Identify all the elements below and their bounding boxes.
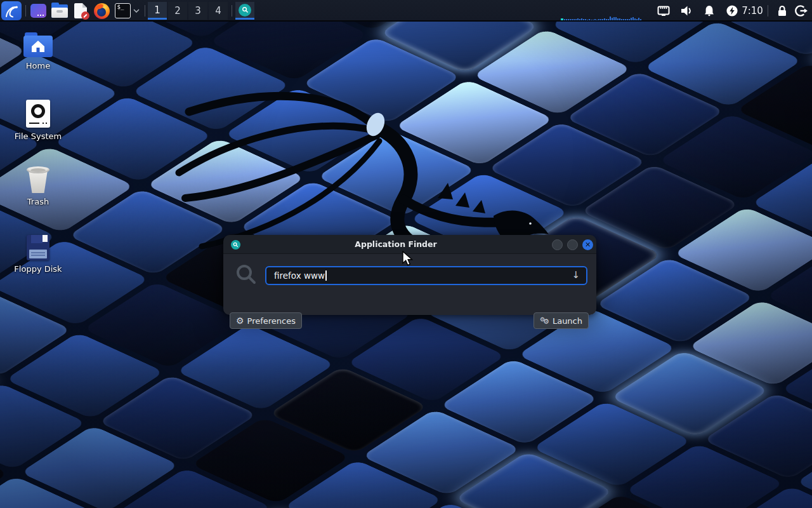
document-pencil-icon bbox=[74, 3, 87, 18]
clock[interactable]: 7:10 bbox=[736, 2, 769, 20]
cpu-bar bbox=[573, 19, 575, 20]
cpu-bar bbox=[587, 20, 588, 20]
app-finder-icon bbox=[239, 4, 251, 17]
top-panel: $_ 1 2 3 4 bbox=[0, 0, 812, 22]
floppy-disk-icon bbox=[27, 235, 49, 260]
cpu-bar bbox=[636, 19, 638, 20]
cpu-bar bbox=[610, 17, 611, 20]
log-out-button[interactable] bbox=[793, 2, 809, 20]
launch-button[interactable]: ⚙⚙ Launch bbox=[534, 312, 589, 329]
workspace-button-3[interactable]: 3 bbox=[188, 2, 207, 20]
cpu-bar bbox=[589, 19, 590, 20]
cpu-bar bbox=[593, 20, 594, 20]
cpu-bar bbox=[579, 19, 580, 20]
bell-icon bbox=[702, 4, 716, 18]
maximize-button[interactable] bbox=[567, 239, 578, 250]
desktop-screen: Home File System Trash Floppy Disk bbox=[0, 0, 812, 508]
firefox-icon bbox=[94, 3, 110, 19]
cpu-bar bbox=[625, 19, 626, 20]
taskbar-application-finder[interactable] bbox=[235, 2, 254, 20]
cpu-bar bbox=[594, 19, 596, 20]
cpu-bar bbox=[572, 19, 573, 20]
cpu-bar bbox=[640, 19, 641, 20]
panel-separator bbox=[145, 5, 145, 17]
cpu-bar bbox=[606, 19, 607, 20]
mouse-cursor bbox=[402, 251, 414, 267]
window-title: Application Finder bbox=[223, 235, 568, 254]
cpu-bar bbox=[585, 19, 586, 20]
text-editor-launcher[interactable] bbox=[72, 2, 89, 20]
desktop-icon-label: Trash bbox=[8, 197, 69, 206]
chevron-down-icon bbox=[133, 9, 140, 13]
desktop-icon-home[interactable]: Home bbox=[8, 36, 69, 70]
logout-arrow-icon bbox=[794, 4, 808, 18]
ethernet-icon bbox=[657, 4, 671, 18]
cpu-bar bbox=[631, 18, 632, 20]
panel-separator bbox=[232, 5, 232, 17]
cpu-bar bbox=[612, 18, 613, 20]
terminal-launcher[interactable]: $_ bbox=[113, 2, 132, 20]
cpu-bar bbox=[581, 18, 582, 20]
lock-screen-button[interactable] bbox=[774, 2, 790, 20]
cpu-bar bbox=[621, 19, 622, 20]
home-folder-icon bbox=[23, 36, 53, 57]
cpu-bar bbox=[591, 20, 592, 20]
cpu-bar bbox=[619, 18, 620, 20]
cpu-bar bbox=[634, 18, 636, 20]
network-tray[interactable] bbox=[656, 2, 671, 20]
desktop-icon-label: File System bbox=[8, 131, 69, 141]
cpu-load-graph[interactable] bbox=[561, 16, 650, 20]
cpu-bar bbox=[575, 19, 577, 20]
cpu-bar bbox=[577, 18, 579, 20]
workspace-button-2[interactable]: 2 bbox=[168, 2, 187, 20]
terminal-icon: $_ bbox=[115, 3, 131, 18]
desktop-icon-floppy[interactable]: Floppy Disk bbox=[8, 235, 69, 274]
purple-desktop-icon bbox=[30, 4, 46, 18]
cpu-bar bbox=[627, 19, 628, 20]
run-gears-icon: ⚙⚙ bbox=[540, 316, 549, 326]
cpu-bar bbox=[564, 19, 565, 20]
desktop-icon-label: Floppy Disk bbox=[8, 264, 69, 274]
desktop-launcher[interactable] bbox=[29, 2, 47, 20]
panel-separator bbox=[25, 5, 26, 17]
search-input[interactable]: firefox www ↓ bbox=[265, 266, 587, 285]
cpu-bar bbox=[617, 18, 619, 20]
preferences-button[interactable]: ⚙ Preferences bbox=[230, 312, 302, 329]
volume-tray[interactable] bbox=[679, 2, 694, 20]
kali-dragon-icon bbox=[4, 3, 19, 18]
cpu-bar bbox=[583, 19, 584, 20]
cpu-bar bbox=[568, 19, 569, 20]
close-button[interactable]: ✕ bbox=[582, 239, 593, 250]
firefox-launcher[interactable] bbox=[93, 2, 110, 20]
launcher-dropdown[interactable] bbox=[132, 2, 141, 20]
trash-bin-icon bbox=[26, 166, 50, 193]
desktop-icon-label: Home bbox=[8, 61, 69, 70]
magnifier-icon bbox=[235, 263, 258, 286]
cpu-bar bbox=[615, 17, 617, 20]
notifications-tray[interactable] bbox=[702, 2, 717, 20]
folder-icon bbox=[51, 4, 68, 18]
padlock-icon bbox=[775, 4, 789, 18]
workspace-button-1[interactable]: 1 bbox=[148, 2, 167, 20]
desktop-icon-trash[interactable]: Trash bbox=[8, 166, 69, 206]
cpu-bar bbox=[604, 18, 605, 20]
application-finder-window: Application Finder ✕ firefox www ↓ ⚙ Pre… bbox=[223, 235, 596, 315]
gear-icon: ⚙ bbox=[236, 316, 244, 325]
desktop-icon-file-system[interactable]: File System bbox=[8, 100, 69, 141]
cpu-bar bbox=[638, 18, 639, 20]
cpu-bar bbox=[596, 20, 598, 20]
applications-menu-button[interactable] bbox=[1, 1, 22, 20]
down-arrow-icon[interactable]: ↓ bbox=[572, 269, 580, 281]
cpu-bar bbox=[600, 19, 601, 20]
speaker-icon bbox=[679, 4, 693, 18]
cpu-bar bbox=[629, 19, 630, 20]
cpu-bar bbox=[598, 19, 599, 20]
search-query-text: firefox www bbox=[274, 271, 325, 281]
workspace-button-4[interactable]: 4 bbox=[209, 2, 228, 20]
file-manager-launcher[interactable] bbox=[51, 2, 69, 20]
cpu-bar bbox=[570, 19, 571, 20]
minimize-button[interactable] bbox=[552, 239, 563, 250]
cpu-bar bbox=[623, 19, 624, 20]
cpu-bar bbox=[608, 19, 609, 20]
text-caret bbox=[325, 271, 327, 281]
